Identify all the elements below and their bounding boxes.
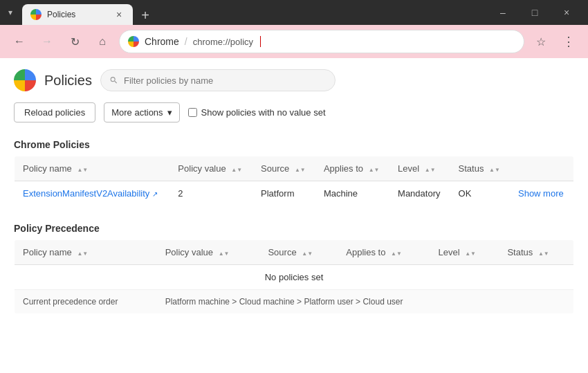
maximize-button[interactable]: □ <box>519 0 551 25</box>
col2-level[interactable]: Level ▲▼ <box>430 240 499 265</box>
no-policies-cell: No policies set <box>15 265 574 290</box>
main-content: Policies Reload policies More actions ▾ … <box>0 58 588 373</box>
chrome-policies-table: Policy name ▲▼ Policy value ▲▼ Source ▲▼… <box>14 156 574 206</box>
sort-arrows-status[interactable]: ▲▼ <box>489 167 500 173</box>
cell-applies-to: Machine <box>315 181 389 206</box>
sort-arrows-applies-to[interactable]: ▲▼ <box>369 167 380 173</box>
title-bar: ▾ Policies × + – □ × <box>0 0 588 25</box>
col2-policy-value[interactable]: Policy value ▲▼ <box>157 240 260 265</box>
show-no-value-checkbox[interactable] <box>188 108 197 117</box>
policy-precedence-title: Policy Precedence <box>14 223 574 234</box>
tab-list-btn[interactable]: ▾ <box>6 8 15 17</box>
sort-arrows2-status[interactable]: ▲▼ <box>538 251 549 257</box>
search-input[interactable] <box>124 75 327 86</box>
policy-name-link[interactable]: ExtensionManifestV2Availability <box>23 188 149 199</box>
address-chrome-label: Chrome <box>145 36 179 47</box>
col-source[interactable]: Source ▲▼ <box>252 156 315 181</box>
col-applies-to[interactable]: Applies to ▲▼ <box>315 156 389 181</box>
page-title: Policies <box>44 73 92 89</box>
sort-arrows-source[interactable]: ▲▼ <box>295 167 306 173</box>
new-tab-button[interactable]: + <box>136 6 155 25</box>
show-more-link[interactable]: Show more <box>518 188 564 199</box>
policy-precedence-table: Policy name ▲▼ Policy value ▲▼ Source ▲▼… <box>14 239 574 314</box>
address-favicon <box>128 36 139 47</box>
close-window-button[interactable]: × <box>551 0 582 25</box>
sort-arrows-policy-value[interactable]: ▲▼ <box>231 167 242 173</box>
col2-policy-name[interactable]: Policy name ▲▼ <box>15 240 157 265</box>
home-button[interactable]: ⌂ <box>91 30 113 53</box>
page-header: Policies <box>14 69 574 91</box>
sort-arrows2-applies-to[interactable]: ▲▼ <box>391 251 402 257</box>
address-bar[interactable]: Chrome / chrome://policy <box>119 30 524 53</box>
address-divider: / <box>185 36 187 47</box>
sort-arrows2-policy-value[interactable]: ▲▼ <box>219 251 230 257</box>
page-favicon <box>14 69 36 91</box>
toolbar: Reload policies More actions ▾ Show poli… <box>14 102 574 122</box>
cursor-bar <box>260 36 261 47</box>
precedence-value-cell: Platform machine > Cloud machine > Platf… <box>157 290 574 314</box>
col2-source[interactable]: Source ▲▼ <box>259 240 338 265</box>
search-box[interactable] <box>100 69 336 91</box>
address-url: chrome://policy <box>193 37 253 47</box>
col-policy-value[interactable]: Policy value ▲▼ <box>169 156 252 181</box>
policy-precedence-section: Policy Precedence Policy name ▲▼ Policy … <box>14 223 574 314</box>
chrome-policies-header-row: Policy name ▲▼ Policy value ▲▼ Source ▲▼… <box>15 156 574 181</box>
policy-precedence-header-row: Policy name ▲▼ Policy value ▲▼ Source ▲▼… <box>15 240 574 265</box>
cell-source: Platform <box>252 181 315 206</box>
search-icon <box>109 75 118 85</box>
chrome-policies-title: Chrome Policies <box>14 139 574 150</box>
col-policy-name[interactable]: Policy name ▲▼ <box>15 156 170 181</box>
more-actions-button[interactable]: More actions ▾ <box>104 102 179 122</box>
more-actions-label: More actions <box>111 107 163 118</box>
sort-arrows-level[interactable]: ▲▼ <box>425 167 436 173</box>
col-actions <box>510 156 574 181</box>
bookmark-button[interactable]: ☆ <box>530 30 552 53</box>
reload-policies-button[interactable]: Reload policies <box>14 102 95 122</box>
cell-show-more: Show more <box>510 181 574 206</box>
sort-arrows2-policy-name[interactable]: ▲▼ <box>77 251 88 257</box>
col2-applies-to[interactable]: Applies to ▲▼ <box>338 240 430 265</box>
table-row: ExtensionManifestV2Availability ↗ 2 Plat… <box>15 181 574 206</box>
cell-policy-value: 2 <box>169 181 252 206</box>
precedence-order-row: Current precedence order Platform machin… <box>15 290 574 314</box>
precedence-label-cell: Current precedence order <box>15 290 157 314</box>
nav-bar: ← → ↻ ⌂ Chrome / chrome://policy ☆ ⋮ <box>0 25 588 58</box>
tab-title: Policies <box>47 10 108 19</box>
cell-policy-name: ExtensionManifestV2Availability ↗ <box>15 181 170 206</box>
active-tab[interactable]: Policies × <box>22 4 133 25</box>
chrome-policies-section: Chrome Policies Policy name ▲▼ Policy va… <box>14 139 574 206</box>
show-no-value-checkbox-label[interactable]: Show policies with no value set <box>188 107 326 118</box>
chrome-menu-button[interactable]: ⋮ <box>558 30 580 53</box>
col-status[interactable]: Status ▲▼ <box>450 156 510 181</box>
col-level[interactable]: Level ▲▼ <box>389 156 450 181</box>
tab-controls: ▾ <box>6 8 15 17</box>
refresh-button[interactable]: ↻ <box>64 30 86 53</box>
show-no-value-label: Show policies with no value set <box>201 107 326 118</box>
cell-status: OK <box>450 181 510 206</box>
tab-favicon <box>30 9 42 20</box>
sort-arrows-policy-name[interactable]: ▲▼ <box>77 167 88 173</box>
external-link-icon: ↗ <box>152 190 158 198</box>
col2-status[interactable]: Status ▲▼ <box>499 240 573 265</box>
back-button[interactable]: ← <box>8 30 30 53</box>
window-controls: – □ × <box>487 0 582 25</box>
dropdown-arrow-icon: ▾ <box>167 107 172 118</box>
sort-arrows2-level[interactable]: ▲▼ <box>465 251 476 257</box>
tab-strip: Policies × + <box>22 0 483 25</box>
no-policies-row: No policies set <box>15 265 574 290</box>
close-tab-button[interactable]: × <box>113 9 125 20</box>
forward-button[interactable]: → <box>36 30 58 53</box>
sort-arrows2-source[interactable]: ▲▼ <box>302 251 313 257</box>
cell-level: Mandatory <box>389 181 450 206</box>
minimize-button[interactable]: – <box>487 0 519 25</box>
